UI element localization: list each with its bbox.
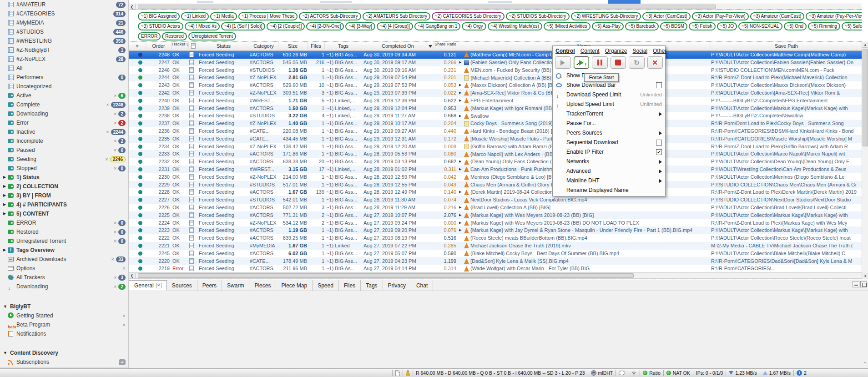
table-row[interactable]: 2220OKForced Seeding#CATE...178.49 MB1~1… [129, 257, 862, 265]
tag-filter-5-bareback[interactable]: ~5) Bareback [625, 22, 659, 30]
expand-arrow-icon[interactable]: ▶ [459, 219, 463, 227]
tags-column-header[interactable]: Tags [325, 42, 362, 51]
expand-arrow-icon[interactable]: ▶ [459, 226, 463, 234]
start-button[interactable] [555, 56, 571, 69]
remove-filter-icon[interactable]: × [123, 322, 126, 328]
menu-tab-other[interactable]: Other [653, 48, 666, 54]
table-row[interactable]: 2242OKForced Seeding#Z-NoPLEX309.51 MB3~… [129, 89, 862, 97]
health-column-header[interactable]: ♥ [129, 42, 146, 51]
tag-filter-2-amateurs-sub-directory[interactable]: ~2) AMATEURS Sub Directory [363, 12, 430, 20]
table-row[interactable]: 2239OKForced Seeding#ACTORS1.50 GB1~1) L… [129, 105, 862, 112]
expand-arrow-icon[interactable]: ▶ [3, 209, 6, 218]
tag-filter-4-gangbang-on-1[interactable]: ~4) GangBang on 1 [414, 22, 461, 30]
upper-horizontal-scrollbar[interactable]: ❮ [129, 4, 862, 10]
expand-arrow-icon[interactable]: ▶ [3, 200, 6, 209]
tag-filter-1-big-assigned[interactable]: ~1) BIG Assigned [138, 12, 180, 20]
tag-filter-unregistered-torrent[interactable]: Unregistered Torrent [188, 32, 236, 40]
remove-filter-icon[interactable]: × [105, 156, 108, 162]
tag-filter-5-non-sexual[interactable]: ~5) NON-SEXUAL [738, 22, 782, 30]
expand-arrow-icon[interactable]: ▶ [459, 97, 463, 105]
sidebar-item-error[interactable]: Error×2 [0, 118, 128, 127]
scroll-left-button[interactable]: ❮ [129, 273, 136, 278]
sidebar-item-z-noplex[interactable]: #Z-NoPLEX28 [0, 55, 128, 64]
order-column-header[interactable]: Order [146, 42, 172, 51]
sidebar-item-all[interactable]: All [0, 64, 128, 73]
sidebar-item-3-by-from[interactable]: ▶3) BY | FROM [0, 191, 128, 200]
remove-filter-icon[interactable]: × [114, 275, 116, 281]
tab-tags[interactable]: Tags [361, 280, 383, 291]
table-row[interactable]: 2230OKForced Seeding#Z-NoPLEX214.00 MB1~… [129, 173, 862, 181]
expand-arrow-icon[interactable]: ▶ [459, 81, 463, 89]
tag-filter-1-linked[interactable]: ~1) Linked [181, 12, 209, 20]
table-row[interactable]: 2234OKForced Seeding#Z-NoPLEX136.42 MB1~… [129, 143, 862, 151]
minimize-panel-button[interactable] [853, 281, 859, 287]
restart-button[interactable]: ↻ [629, 56, 645, 69]
menu-tab-social[interactable]: Social [632, 48, 647, 54]
tab-sources[interactable]: Sources [167, 280, 197, 291]
sidebar-item-subscriptions[interactable]: Subscriptions+ [0, 357, 128, 367]
table-row[interactable]: 2245OKForced Seeding#ACTORS6.02 GB1~1) B… [129, 250, 862, 257]
checkbox-checked-icon[interactable]: ✔ [656, 149, 662, 155]
remove-filter-icon[interactable]: × [114, 229, 116, 235]
checkbox-unchecked-icon[interactable] [656, 140, 662, 146]
sidebar-item-stopped[interactable]: Stopped×0 [0, 164, 128, 173]
table-row[interactable]: 2229OKForced Seeding#STUDIOS517.01 MB1~1… [129, 181, 862, 189]
tag-filter-2-wrestling-sub-directory[interactable]: ~2) WRESTLING Sub-Directory [571, 12, 641, 20]
tag-filter-2-actors-sub-directory[interactable]: ~2) ACTORS Sub-Directory [299, 12, 361, 20]
table-row[interactable]: 2222OKForced Seeding#ACTORS839.25 MB1~1)… [129, 234, 862, 242]
menu-item-pause-for[interactable]: Pause For... [553, 119, 665, 128]
menu-item-enable-ip-filter[interactable]: Enable IP Filter✔ [553, 147, 665, 157]
remove-filter-icon[interactable]: × [106, 129, 109, 135]
sidebar-item-mymedia[interactable]: #MyMEDIA21 [0, 18, 128, 27]
menu-item-download-speed-limit[interactable]: Download Speed LimitUnlimited [553, 90, 665, 100]
checkbox-unchecked-icon[interactable] [656, 82, 662, 88]
sidebar-item-error[interactable]: ERROR×0 [0, 218, 128, 227]
menu-item-advanced[interactable]: Advanced [553, 166, 665, 176]
nat-status-indicator[interactable]: NAT OK [666, 370, 690, 376]
expand-arrow-icon[interactable]: ▶ [459, 89, 463, 97]
table-row[interactable]: 2224OKForced Seeding#Z-NoPLEX534.12 MB2~… [129, 219, 862, 227]
sidebar-item-downloading[interactable]: Downloading×2 [0, 282, 128, 291]
sidebar-item-2-collection[interactable]: ▶2) COLLECTION [0, 182, 128, 191]
sidebar-item-1-status[interactable]: ▶1) Status [0, 173, 128, 182]
tag-filter-3-actor-pay-per-view[interactable]: ~3) Actor (Pay-Per-View) [692, 12, 749, 20]
tab-swarm[interactable]: Swarm [222, 280, 249, 291]
remove-filter-icon[interactable]: × [114, 284, 116, 290]
sidebar-item-options[interactable]: Options× [0, 264, 128, 273]
sidebar-item-performers[interactable]: Performers0 [0, 73, 128, 82]
table-row[interactable]: 2225OKForced Seeding#ACTORS771.31 MB2~1)… [129, 211, 862, 219]
tag-filter-4-2-couple[interactable]: ~4) [2 (Couple)] [267, 22, 305, 30]
sidebar-item-unregistered-torrent[interactable]: Unregistered Torrent×0 [0, 236, 128, 246]
tag-filter-5-safe-sex[interactable]: ~5) Safe-Sex [842, 22, 862, 30]
table-row[interactable]: 2233OKForced Seeding#ACTORS171.86 MB1~1)… [129, 150, 862, 158]
expand-arrow-icon[interactable]: ▶ [459, 166, 463, 173]
tag-filter-5-mixed-activities[interactable]: ~5) !Mixed Activities [544, 22, 590, 30]
expand-arrow-icon[interactable]: ▶ [459, 158, 463, 166]
tag-filter-5-jo[interactable]: ~5) JO [717, 22, 737, 30]
expand-arrow-icon[interactable]: ▶ [459, 59, 463, 66]
sidebar-item-active[interactable]: Active×6 [0, 91, 128, 100]
tag-filter-4-4-group[interactable]: ~4) [4 (Group)] [377, 22, 413, 30]
sidebar-item-complete[interactable]: Complete×2248 [0, 100, 128, 109]
menu-item-show-download-bar[interactable]: Show Download Bar [553, 80, 665, 90]
table-row[interactable]: 2243OKForced Seeding#ACTORS529.60 MB10~1… [129, 81, 862, 89]
sidebar-item-downloading[interactable]: Downloading×2 [0, 109, 128, 118]
expand-arrow-icon[interactable]: ▶ [459, 211, 463, 219]
remove-filter-icon[interactable]: × [111, 256, 114, 262]
scroll-up-button[interactable]: ▲ [862, 42, 868, 48]
alerts-indicator[interactable]: i2 [797, 370, 807, 376]
tag-filter-1-media[interactable]: ~1) Media [210, 12, 237, 20]
expand-arrow-icon[interactable]: ▶ [3, 182, 6, 191]
tag-filter-3-studio-actors[interactable]: ~3) STUDIO Actors [138, 22, 183, 30]
table-row[interactable]: 2246OKForced Seeding#STUDIOS1.38 GB1~1) … [129, 66, 862, 74]
table-row[interactable]: 2231OKForced Seeding#WREST...3.15 GB17~1… [129, 166, 862, 173]
tab-general[interactable]: General✕ [129, 280, 167, 291]
sidebar-item-notifications[interactable]: Notifications [0, 329, 128, 338]
tag-filter-5-fetish[interactable]: ~5) Fetish [689, 22, 716, 30]
sidebar-item-5-content[interactable]: ▶5) CONTENT [0, 209, 128, 218]
tag-filter-3-amateur-camcast[interactable]: ~3) Amateur (CamCast) [750, 12, 805, 20]
tag-filter-error[interactable]: ERROR [138, 32, 161, 40]
remove-filter-icon[interactable]: × [114, 147, 116, 153]
sidebar-item-inactive[interactable]: Inactive×2244 [0, 127, 128, 136]
tag-filter-4-mixed-s[interactable]: ~4) ! Mixed #s [185, 22, 220, 30]
